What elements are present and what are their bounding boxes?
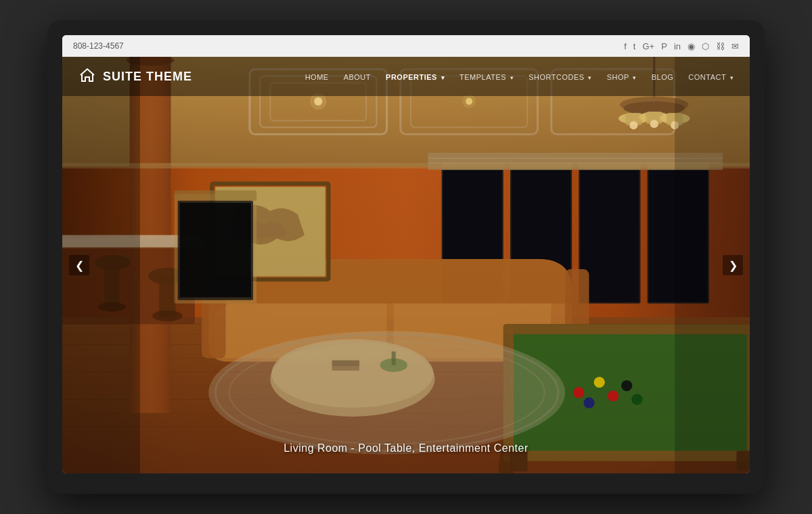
nav-link-shop[interactable]: SHOP ▾ <box>607 73 637 81</box>
googleplus-icon[interactable]: G+ <box>642 41 654 51</box>
nav-link-home[interactable]: HOME <box>305 73 329 81</box>
pinterest-icon[interactable]: P <box>661 41 667 51</box>
email-icon[interactable]: ✉ <box>731 41 739 51</box>
hero-section: SUITE THEME HOME ABOUT PROPERTIES ▾ TEMP… <box>62 57 750 473</box>
nav-item-contact[interactable]: CONTACT ▾ <box>688 70 734 83</box>
contact-arrow: ▾ <box>730 74 734 81</box>
next-slide-button[interactable]: ❯ <box>723 255 743 275</box>
nav-item-home[interactable]: HOME <box>305 70 329 83</box>
prev-arrow-icon: ❮ <box>75 259 84 272</box>
site-navigation: SUITE THEME HOME ABOUT PROPERTIES ▾ TEMP… <box>62 57 750 96</box>
nav-item-properties[interactable]: PROPERTIES ▾ <box>386 70 445 83</box>
logo-text: SUITE THEME <box>103 70 192 84</box>
phone-number: 808-123-4567 <box>73 41 124 51</box>
social-icons-bar: f t G+ P in ◉ ⬡ ⛓ ✉ <box>624 41 739 51</box>
twitter-icon[interactable]: t <box>633 41 636 51</box>
nav-link-about[interactable]: ABOUT <box>344 73 371 81</box>
templates-arrow: ▾ <box>510 74 514 81</box>
shortcodes-arrow: ▾ <box>588 74 592 81</box>
site-logo[interactable]: SUITE THEME <box>78 66 192 87</box>
nav-menu: HOME ABOUT PROPERTIES ▾ TEMPLATES ▾ SHOR… <box>305 70 734 83</box>
laptop-shell: 808-123-4567 f t G+ P in ◉ ⬡ ⛓ ✉ <box>47 20 765 494</box>
facebook-icon[interactable]: f <box>624 41 627 51</box>
logo-house-icon <box>78 66 96 87</box>
nav-link-properties[interactable]: PROPERTIES ▾ <box>386 73 445 81</box>
next-arrow-icon: ❯ <box>729 259 738 272</box>
svg-rect-95 <box>62 57 750 473</box>
linkedin-icon[interactable]: in <box>674 41 681 51</box>
nav-item-shop[interactable]: SHOP ▾ <box>607 70 637 83</box>
nav-item-shortcodes[interactable]: SHORTCODES ▾ <box>528 70 591 83</box>
nav-item-blog[interactable]: BLOG <box>652 70 674 83</box>
hero-caption: Living Room - Pool Table, Entertainment … <box>62 442 750 454</box>
dribbble-icon[interactable]: ◉ <box>687 41 695 51</box>
laptop-screen: 808-123-4567 f t G+ P in ◉ ⬡ ⛓ ✉ <box>62 35 750 473</box>
nav-link-contact[interactable]: CONTACT ▾ <box>688 73 734 81</box>
properties-arrow: ▾ <box>441 74 445 81</box>
nav-link-shortcodes[interactable]: SHORTCODES ▾ <box>528 73 591 81</box>
shop-arrow: ▾ <box>633 74 637 81</box>
link-icon[interactable]: ⛓ <box>716 41 725 51</box>
nav-item-about[interactable]: ABOUT <box>344 70 371 83</box>
instagram-icon[interactable]: ⬡ <box>702 41 709 51</box>
nav-link-templates[interactable]: TEMPLATES ▾ <box>459 73 514 81</box>
prev-slide-button[interactable]: ❮ <box>69 255 89 275</box>
top-bar: 808-123-4567 f t G+ P in ◉ ⬡ ⛓ ✉ <box>62 35 750 57</box>
caption-text: Living Room - Pool Table, Entertainment … <box>284 442 528 454</box>
room-background <box>62 57 750 473</box>
nav-link-blog[interactable]: BLOG <box>652 73 674 81</box>
nav-item-templates[interactable]: TEMPLATES ▾ <box>459 70 514 83</box>
